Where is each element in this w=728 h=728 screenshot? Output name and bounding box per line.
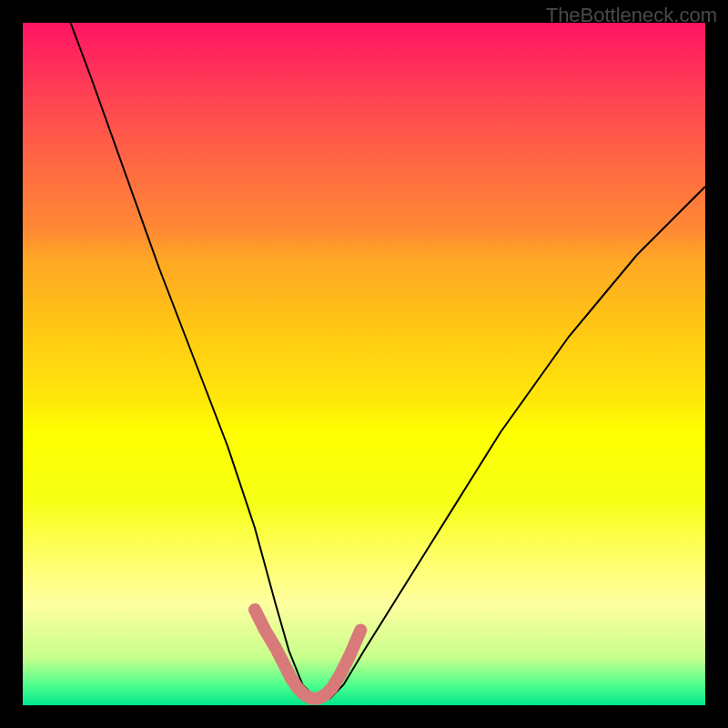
highlight-segment bbox=[255, 610, 360, 699]
bottleneck-curve bbox=[71, 23, 706, 699]
watermark-text: TheBottleneck.com bbox=[546, 4, 717, 27]
chart-svg bbox=[23, 23, 705, 705]
plot-area bbox=[23, 23, 705, 705]
